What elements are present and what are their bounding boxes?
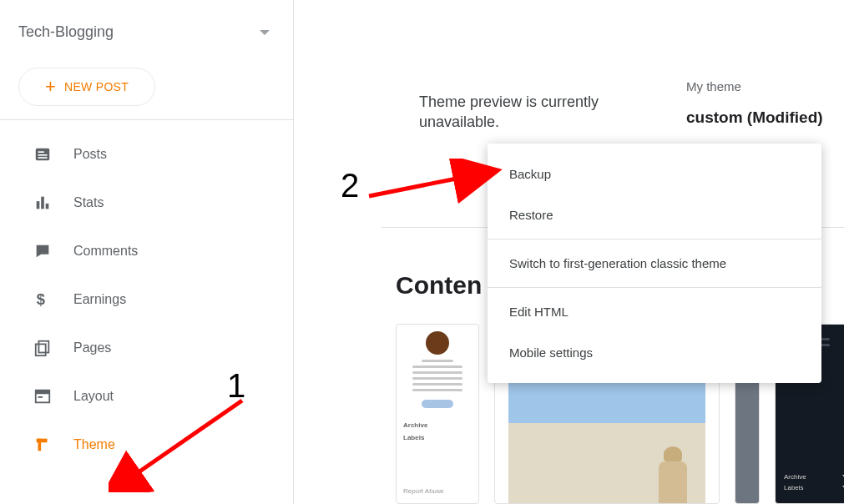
svg-rect-4 [37,201,40,209]
menu-item-switch-classic[interactable]: Switch to first-generation classic theme [488,243,821,284]
sidebar-item-label: Comments [73,244,138,259]
sidebar-item-label: Layout [73,389,114,404]
sidebar: Tech-Blogging + NEW POST Posts Stats [0,0,294,504]
svg-rect-14 [37,439,48,443]
sidebar-item-stats[interactable]: Stats [0,179,293,227]
svg-rect-9 [36,344,46,355]
pages-icon [33,339,52,357]
sidebar-item-label: Posts [73,147,107,162]
theme-thumbnail[interactable]: Archive Labels Report Abuse [396,324,479,504]
sidebar-nav: Posts Stats Comments $ Earnings [0,120,293,469]
plus-icon: + [45,78,56,96]
menu-item-backup[interactable]: Backup [488,154,821,194]
sidebar-item-comments[interactable]: Comments [0,227,293,275]
divider [488,239,821,239]
svg-rect-1 [38,151,44,153]
blog-name: Tech-Blogging [18,23,114,41]
svg-text:$: $ [37,290,45,308]
theme-icon [33,436,52,454]
divider [488,287,821,288]
new-post-button[interactable]: + NEW POST [18,68,155,106]
sidebar-item-earnings[interactable]: $ Earnings [0,275,293,324]
thumb-labels-label: Labels [403,434,424,441]
svg-rect-5 [41,197,44,209]
menu-item-edit-html[interactable]: Edit HTML [488,291,821,332]
my-theme-label: My theme [686,79,823,93]
sidebar-item-pages[interactable]: Pages [0,324,293,372]
svg-rect-11 [36,391,50,395]
posts-icon [33,145,52,164]
svg-rect-2 [38,154,48,156]
svg-rect-8 [38,341,48,353]
earnings-icon: $ [33,290,52,309]
thumb-labels-label: Labels [784,484,804,491]
svg-rect-12 [38,396,43,398]
sidebar-item-label: Stats [73,195,104,210]
thumb-archive-label: Archive [403,421,427,429]
sidebar-item-label: Earnings [73,292,126,307]
sidebar-item-label: Theme [73,437,115,452]
sidebar-item-theme[interactable]: Theme [0,421,293,469]
sidebar-item-posts[interactable]: Posts [0,130,293,179]
my-theme-value: custom (Modified) [686,108,823,127]
comments-icon [33,242,52,260]
sidebar-item-label: Pages [73,340,111,355]
layout-icon [33,387,52,406]
thumb-report-label: Report Abuse [403,487,443,495]
chevron-down-icon [260,30,270,35]
sidebar-item-layout[interactable]: Layout [0,372,293,421]
svg-rect-3 [38,157,48,159]
theme-preview-unavailable: Theme preview is currently unavailable. [419,92,644,133]
theme-info: My theme custom (Modified) [686,79,823,127]
svg-rect-6 [46,204,49,209]
thumb-archive-label: Archive [784,473,806,481]
menu-item-restore[interactable]: Restore [488,194,821,235]
stats-icon [33,194,52,212]
theme-actions-menu: Backup Restore Switch to first-generatio… [488,144,821,383]
menu-item-mobile-settings[interactable]: Mobile settings [488,332,821,373]
new-post-label: NEW POST [64,80,129,93]
content-section-title: Conten [396,271,482,300]
blog-select[interactable]: Tech-Blogging [0,17,293,48]
avatar-icon [426,331,449,355]
